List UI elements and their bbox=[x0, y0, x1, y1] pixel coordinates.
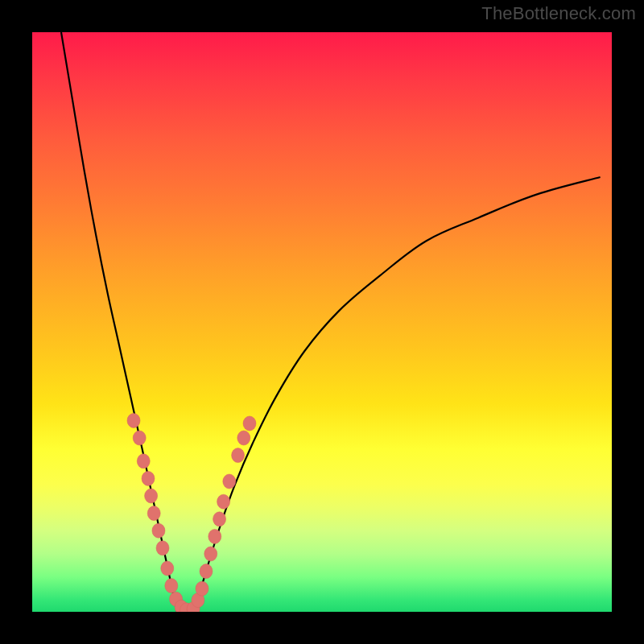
data-dot bbox=[161, 561, 174, 576]
watermark-text: TheBottleneck.com bbox=[481, 3, 636, 24]
data-dot bbox=[200, 564, 213, 579]
data-dot bbox=[237, 431, 250, 445]
data-dot bbox=[217, 494, 230, 509]
right-dots bbox=[187, 416, 256, 612]
data-dot bbox=[223, 474, 236, 489]
data-dot bbox=[156, 541, 169, 555]
chart-frame: TheBottleneck.com bbox=[0, 0, 644, 644]
data-dot bbox=[152, 523, 165, 538]
data-dot bbox=[133, 431, 146, 445]
data-dot bbox=[204, 547, 217, 561]
plot-area bbox=[32, 32, 612, 612]
data-dot bbox=[142, 471, 155, 485]
data-dot bbox=[145, 489, 158, 503]
left-dots bbox=[127, 413, 193, 612]
data-dot bbox=[137, 454, 150, 469]
data-dot bbox=[213, 512, 226, 526]
data-dot bbox=[232, 448, 245, 463]
right-curve bbox=[195, 177, 601, 612]
curves-svg bbox=[32, 32, 612, 612]
data-dot bbox=[165, 579, 178, 593]
data-dot bbox=[147, 506, 160, 521]
data-dot bbox=[196, 581, 208, 596]
data-dot bbox=[208, 529, 221, 543]
data-dot bbox=[243, 416, 256, 431]
data-dot bbox=[127, 413, 140, 427]
